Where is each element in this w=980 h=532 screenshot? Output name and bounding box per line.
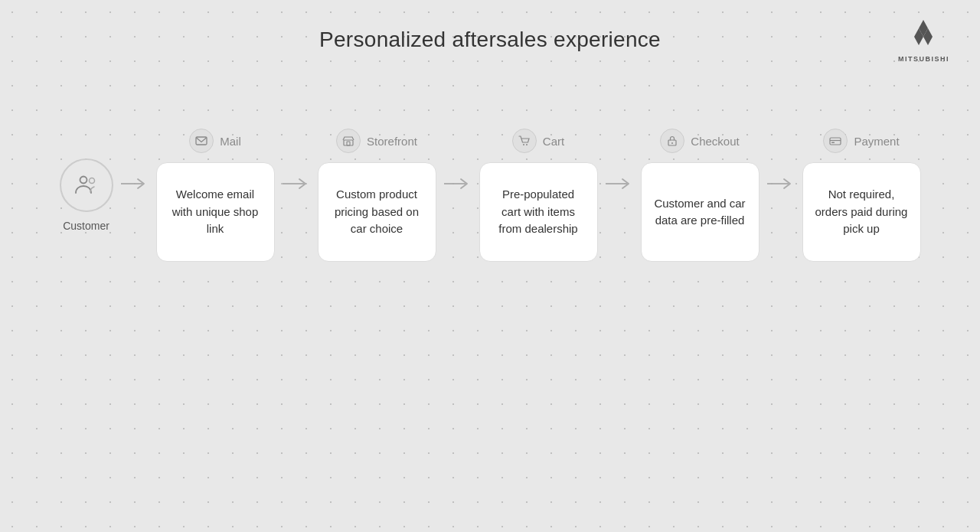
logo-text: MITSUBISHI: [898, 55, 949, 63]
step-payment-card: Not required, orders paid during pick up: [802, 162, 921, 262]
arrow-3: [604, 176, 635, 191]
customer-node: Customer: [60, 158, 113, 232]
step-mail-card: Welcome email with unique shop link: [156, 162, 275, 262]
step-cart-text: Pre-populated cart with items from deale…: [492, 186, 585, 238]
step-payment-name: Payment: [854, 135, 899, 148]
step-storefront-text: Custom product pricing based on car choi…: [331, 186, 423, 238]
step-cart-name: Cart: [543, 135, 564, 148]
svg-point-4: [89, 178, 94, 184]
step-checkout-name: Checkout: [691, 135, 739, 148]
flow-container: Customer Mail Welcome email with: [60, 129, 921, 262]
svg-point-12: [526, 144, 528, 145]
checkout-icon: [666, 135, 678, 147]
mitsubishi-logo: [906, 18, 940, 52]
step-payment-text: Not required, orders paid during pick up: [815, 186, 908, 238]
cart-icon: [518, 135, 531, 147]
arrow-4: [766, 176, 796, 191]
arrow-0: [119, 176, 150, 191]
step-storefront-label: Storefront: [336, 129, 417, 153]
header: Personalized aftersales experience MITSU…: [0, 0, 980, 67]
step-cart: Cart Pre-populated cart with items from …: [479, 129, 598, 262]
arrow-2: [443, 176, 473, 191]
storefront-icon-circle: [336, 129, 361, 153]
step-cart-card: Pre-populated cart with items from deale…: [479, 162, 598, 262]
cart-icon-circle: [512, 129, 537, 153]
step-checkout-text: Customer and car data are pre-filled: [654, 195, 746, 230]
step-checkout: Checkout Customer and car data are pre-f…: [641, 129, 760, 262]
step-checkout-card: Customer and car data are pre-filled: [641, 162, 760, 262]
page-title: Personalized aftersales experience: [319, 28, 661, 52]
step-storefront-card: Custom product pricing based on car choi…: [318, 162, 436, 262]
svg-point-11: [523, 144, 524, 145]
mail-icon-circle: [189, 129, 214, 153]
payment-icon-circle: [823, 129, 848, 153]
step-payment: Payment Not required, orders paid during…: [802, 129, 921, 262]
mail-icon: [195, 135, 207, 147]
svg-rect-19: [831, 142, 835, 144]
step-mail-name: Mail: [220, 135, 241, 148]
step-payment-label: Payment: [823, 129, 899, 153]
customer-circle: [60, 158, 113, 212]
customer-icon: [73, 171, 100, 199]
customer-label: Customer: [63, 220, 109, 232]
step-mail-label: Mail: [189, 129, 241, 153]
step-mail-text: Welcome email with unique shop link: [169, 186, 262, 238]
step-cart-label: Cart: [512, 129, 564, 153]
svg-point-15: [671, 142, 673, 144]
step-mail: Mail Welcome email with unique shop link: [156, 129, 275, 262]
step-storefront: Storefront Custom product pricing based …: [318, 129, 436, 262]
step-checkout-label: Checkout: [660, 129, 739, 153]
svg-rect-17: [830, 138, 841, 145]
checkout-icon-circle: [660, 129, 684, 153]
arrow-1: [281, 176, 312, 191]
payment-icon: [829, 135, 841, 147]
svg-rect-9: [347, 142, 350, 145]
storefront-icon: [342, 135, 354, 147]
logo-area: MITSUBISHI: [898, 18, 949, 63]
svg-point-3: [80, 177, 87, 184]
page-wrapper: Personalized aftersales experience MITSU…: [0, 0, 980, 532]
step-storefront-name: Storefront: [367, 135, 417, 148]
svg-rect-8: [344, 140, 353, 145]
